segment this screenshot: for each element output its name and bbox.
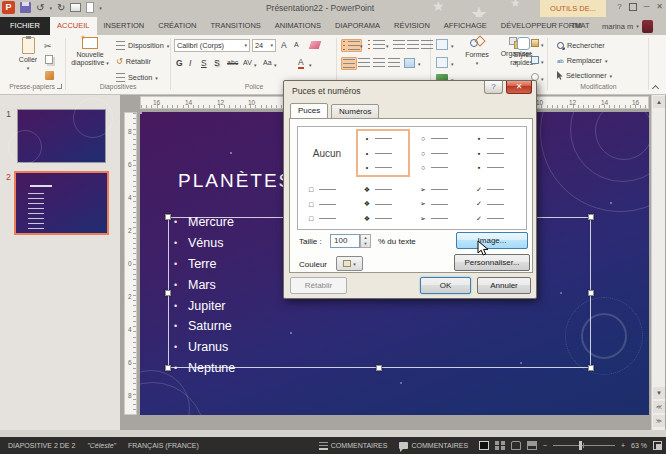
scroll-down-icon[interactable]: ▼ [653, 387, 665, 399]
new-document-icon[interactable] [86, 2, 94, 13]
dialog-help-button[interactable]: ? [484, 81, 503, 94]
scroll-up-icon[interactable]: ▲ [653, 96, 665, 108]
align-right-button[interactable] [372, 57, 386, 68]
bullet-item[interactable]: •Uranus [174, 337, 235, 358]
tab-transitions[interactable]: TRANSITIONS [203, 17, 267, 35]
normal-view-icon[interactable] [479, 441, 489, 450]
character-spacing-button[interactable]: AV [243, 59, 252, 66]
size-input[interactable]: 100 [330, 234, 360, 248]
tab-format[interactable]: FORMAT [548, 17, 600, 35]
tab-fichier[interactable]: FICHIER [0, 17, 50, 35]
bullet-style-hollow-round[interactable]: ○ ○ ○ [412, 129, 466, 177]
vertical-scrollbar[interactable]: ▲ ▼ ≪ ≫ [651, 95, 665, 430]
bullets-button[interactable] [341, 39, 362, 52]
account-area[interactable]: marina m ▾ [602, 17, 653, 35]
line-spacing-button[interactable] [420, 39, 434, 50]
tab-numeros[interactable]: Numéros [331, 104, 379, 119]
next-slide-icon[interactable]: ≫ [653, 415, 665, 427]
color-dropdown[interactable]: ▾ [336, 256, 363, 271]
bullet-item[interactable]: •Mars [174, 274, 235, 295]
bullet-item[interactable]: •Saturne [174, 316, 235, 337]
selection-handle[interactable] [376, 365, 382, 371]
bullet-item[interactable]: •Mercure [174, 212, 235, 233]
strikethrough-button[interactable]: abc [227, 59, 238, 66]
bullet-item[interactable]: •Neptune [174, 358, 235, 379]
fit-to-window-icon[interactable] [653, 441, 662, 450]
undo-caret-icon[interactable]: ▾ [49, 5, 52, 11]
ok-button[interactable]: OK [420, 277, 471, 294]
font-family-select[interactable]: Calibri (Corps)▾ [174, 39, 250, 52]
selection-handle[interactable] [588, 365, 594, 371]
zoom-slider[interactable] [553, 445, 615, 446]
tab-puces[interactable]: Puces [290, 103, 328, 119]
close-button[interactable]: ✕ [656, 2, 663, 11]
numbering-button[interactable] [367, 39, 386, 50]
zoom-in-button[interactable]: + [621, 442, 625, 449]
bullet-style-diamond[interactable]: ❖ ❖ ❖ [356, 180, 410, 228]
grow-font-button[interactable]: A [281, 40, 287, 50]
underline-button[interactable]: S [201, 58, 207, 68]
shapes-button[interactable]: Formes ▾ [458, 37, 496, 68]
slide-sorter-view-icon[interactable] [495, 441, 505, 450]
find-button[interactable]: Rechercher [557, 41, 605, 50]
text-shadow-button[interactable]: S [214, 58, 220, 68]
redo-icon[interactable]: ↻ [57, 1, 65, 14]
tab-animations[interactable]: ANIMATIONS [268, 17, 328, 35]
tab-accueil[interactable]: ACCUEIL [50, 17, 97, 35]
select-button[interactable]: Sélectionner▾ [557, 71, 612, 80]
align-text-button[interactable] [436, 57, 448, 68]
selection-handle[interactable] [165, 290, 171, 296]
reading-view-icon[interactable] [511, 441, 521, 450]
slide-title[interactable]: PLANÈTES [178, 170, 293, 192]
comments-toggle[interactable]: COMMENTAIRES [399, 442, 468, 449]
columns-button[interactable] [404, 58, 415, 68]
zoom-level[interactable]: 63 % [631, 442, 647, 449]
slide-bullet-list[interactable]: •Mercure •Vénus •Terre •Mars •Jupiter •S… [174, 212, 235, 378]
language-indicator[interactable]: FRANÇAIS (FRANCE) [128, 442, 199, 449]
reset-button[interactable]: ↺ Rétablir [116, 57, 151, 66]
customize-qat-icon[interactable]: ▾ [99, 5, 102, 11]
shape-outline-icon[interactable] [531, 56, 539, 64]
shrink-font-button[interactable]: A [294, 41, 299, 48]
dialog-close-button[interactable]: ✕ [506, 81, 532, 94]
italic-button[interactable]: I [189, 58, 191, 68]
justify-button[interactable] [387, 57, 401, 68]
zoom-slider-thumb[interactable] [579, 441, 582, 450]
bullet-item[interactable]: •Terre [174, 254, 235, 275]
slideshow-view-icon[interactable] [527, 441, 537, 450]
minimize-button[interactable]: ─ [644, 2, 650, 11]
format-painter-icon[interactable] [45, 71, 54, 80]
selection-handle[interactable] [165, 365, 171, 371]
font-size-select[interactable]: 24▾ [252, 39, 276, 52]
selection-handle[interactable] [165, 214, 171, 220]
slide-thumbnail-1[interactable] [17, 109, 106, 163]
bullet-item[interactable]: •Vénus [174, 233, 235, 254]
text-direction-button[interactable] [436, 39, 448, 50]
selection-handle[interactable] [588, 290, 594, 296]
slide-number-indicator[interactable]: DIAPOSITIVE 2 DE 2 [8, 442, 75, 449]
start-from-beginning-icon[interactable] [70, 3, 81, 12]
contextual-tab-header[interactable]: OUTILS DE... [540, 0, 606, 17]
save-icon[interactable] [20, 2, 31, 13]
tab-creation[interactable]: CRÉATION [151, 17, 203, 35]
cancel-button[interactable]: Annuler [477, 277, 531, 294]
decrease-indent-button[interactable] [392, 39, 406, 50]
replace-button[interactable]: ab Remplacer▾ [557, 56, 607, 65]
image-button[interactable]: Image... [456, 232, 528, 249]
bullet-style-filled-round[interactable]: • • • [356, 129, 410, 177]
shape-fill-icon[interactable] [531, 39, 539, 47]
size-spinner[interactable]: ▲▼ [360, 234, 371, 248]
tab-diaporama[interactable]: DIAPORAMA [328, 17, 387, 35]
change-case-button[interactable]: Aa [263, 59, 272, 66]
copy-icon[interactable] [45, 55, 53, 64]
slide-thumbnail-2[interactable] [14, 171, 109, 235]
help-button[interactable]: ? [617, 2, 621, 11]
vertical-ruler[interactable]: 8 6 4 2 0 2 4 6 8 [124, 112, 137, 415]
bullet-style-hollow-square[interactable]: □ □ □ [300, 180, 354, 228]
theme-name[interactable]: "Céleste" [87, 442, 116, 449]
previous-slide-icon[interactable]: ≪ [653, 401, 665, 413]
tab-affichage[interactable]: AFFICHAGE [437, 17, 494, 35]
layout-button[interactable]: Disposition▾ [116, 41, 169, 50]
clear-formatting-icon[interactable] [309, 41, 322, 49]
undo-icon[interactable]: ↺ [36, 1, 44, 14]
